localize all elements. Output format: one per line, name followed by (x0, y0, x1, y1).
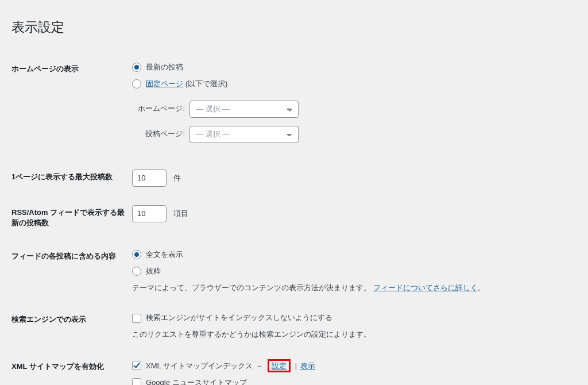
feed-note-link[interactable]: フィードについてさらに詳しく (373, 283, 478, 292)
section-label-homepage: ホームページの表示 (11, 52, 132, 160)
radio-row-latest-posts[interactable]: 最新の投稿 (132, 61, 557, 74)
radio-excerpt[interactable] (132, 267, 141, 276)
section-label-xml-sitemap: XML サイトマップを有効化 (11, 350, 132, 385)
static-page-selects: ホームページ: — 選択 — 投稿ページ: — 選択 — (132, 101, 557, 143)
xml-sitemap-view-link[interactable]: 表示 (300, 361, 315, 370)
check-row-google-news-sitemap[interactable]: Google ニュースサイトマップ (132, 377, 557, 385)
xml-sitemap-settings-link[interactable]: 設定 (272, 361, 287, 370)
feed-note-period: 。 (478, 283, 485, 292)
checkbox-label-google-news-sitemap: Google ニュースサイトマップ (146, 377, 247, 385)
posts-page-select[interactable]: — 選択 — (189, 126, 299, 143)
rss-posts-input[interactable] (132, 205, 167, 222)
feed-note-prefix: テーマによって、ブラウザーでのコンテンツの表示方法が決まります。 (132, 283, 371, 292)
check-row-discourage-indexing[interactable]: 検索エンジンがサイトをインデックスしないようにする (132, 312, 557, 324)
posts-per-page-input[interactable] (132, 170, 167, 187)
radio-row-full-text[interactable]: 全文を表示 (132, 249, 557, 261)
section-label-rss-posts: RSS/Atom フィードで表示する最新の投稿数 (11, 196, 132, 240)
radio-full-text[interactable] (132, 250, 141, 259)
radio-label-static-page: 固定ページ (以下で選択) (146, 78, 227, 90)
page-title: 表示設定 (11, 18, 563, 36)
checkbox-google-news-sitemap[interactable] (132, 378, 141, 385)
homepage-select[interactable]: — 選択 — (189, 101, 299, 118)
static-page-link[interactable]: 固定ページ (146, 79, 183, 88)
radio-static-page[interactable] (132, 79, 141, 88)
homepage-select-label: ホームページ: (132, 103, 189, 115)
search-visibility-note: このリクエストを尊重するかどうかは検索エンジンの設定によります。 (132, 329, 557, 341)
xml-sitemap-settings-highlight: 設定 (268, 359, 291, 372)
radio-row-excerpt[interactable]: 抜粋 (132, 265, 557, 278)
checkbox-discourage-indexing[interactable] (132, 314, 141, 323)
radio-row-static-page[interactable]: 固定ページ (以下で選択) (132, 78, 557, 90)
section-label-feed-content: フィードの各投稿に含める内容 (11, 240, 132, 303)
radio-label-latest-posts: 最新の投稿 (146, 61, 183, 74)
xml-sitemap-dash: － (256, 361, 263, 370)
feed-content-note: テーマによって、ブラウザーでのコンテンツの表示方法が決まります。 フィードについ… (132, 282, 557, 294)
rss-posts-unit: 項目 (173, 209, 188, 218)
xml-sitemap-pipe: | (295, 361, 297, 370)
checkbox-label-xml-sitemap-index: XML サイトマップインデックス － 設定 | 表示 (146, 359, 315, 372)
posts-per-page-unit: 件 (173, 174, 181, 182)
radio-label-excerpt: 抜粋 (146, 265, 161, 278)
check-row-xml-sitemap-index[interactable]: XML サイトマップインデックス － 設定 | 表示 (132, 359, 557, 372)
checkbox-label-discourage-indexing: 検索エンジンがサイトをインデックスしないようにする (146, 312, 332, 324)
radio-label-full-text: 全文を表示 (146, 249, 183, 261)
radio-latest-posts[interactable] (132, 63, 141, 72)
section-label-posts-per-page: 1ページに表示する最大投稿数 (11, 160, 132, 196)
section-label-search-visibility: 検索エンジンでの表示 (11, 303, 132, 350)
posts-page-select-label: 投稿ページ: (132, 128, 189, 140)
settings-form-table: ホームページの表示 最新の投稿 固定ページ (以下で選択) (11, 52, 563, 385)
xml-sitemap-index-text: XML サイトマップインデックス (146, 361, 253, 370)
checkbox-xml-sitemap-index[interactable] (132, 361, 141, 370)
static-page-suffix: (以下で選択) (185, 79, 228, 88)
